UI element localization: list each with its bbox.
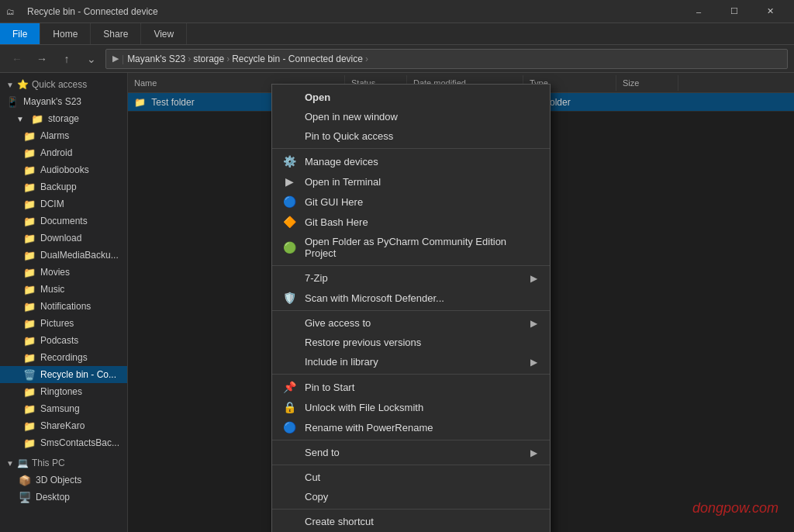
folder-icon: 📁	[23, 284, 36, 295]
address-path[interactable]: ▶ | Mayank's S23 › storage › Recycle bin…	[105, 49, 788, 69]
context-menu-item-managedevices[interactable]: ⚙️ Manage devices	[272, 151, 550, 171]
tab-file[interactable]: File	[0, 23, 40, 44]
path-sep-2: ›	[226, 54, 230, 64]
submenu-arrow-icon: ▶	[530, 447, 537, 458]
ctx-item-label: Unlock with File Locksmith	[305, 402, 537, 413]
context-menu-item-zip[interactable]: 7-Zip ▶	[272, 268, 550, 288]
ctx-item-icon: ▶	[281, 175, 297, 188]
context-menu-item-sendto[interactable]: Send to ▶	[272, 443, 550, 462]
ctx-item-icon: 🔵	[281, 195, 297, 208]
sidebar-item-audiobooks[interactable]: 📁Audiobooks	[0, 161, 127, 178]
folder-icon: 📁	[23, 437, 36, 449]
file-size	[616, 101, 678, 104]
back-button[interactable]: ←	[6, 48, 28, 70]
sidebar-item-sharekaro[interactable]: 📁ShareKaro	[0, 417, 127, 434]
this-pc-icon: 💻	[17, 458, 29, 468]
folder-label: Documents	[40, 216, 88, 226]
quick-access-arrow: ▼	[6, 81, 14, 89]
sidebar-item-dcim[interactable]: 📁DCIM	[0, 195, 127, 212]
context-menu-item-copy[interactable]: Copy	[272, 487, 550, 506]
sidebar-item-3dobjects[interactable]: 📦3D Objects	[0, 472, 127, 489]
context-menu-item-pintoquickaccess[interactable]: Pin to Quick access	[272, 126, 550, 146]
sidebar-item-desktop[interactable]: 🖥️Desktop	[0, 489, 127, 506]
context-menu-item-createshortcut[interactable]: Create shortcut	[272, 512, 550, 531]
sidebar-item-samsung[interactable]: 📁Samsung	[0, 400, 127, 417]
context-menu-item-openinterminal[interactable]: ▶ Open in Terminal	[272, 171, 550, 192]
ctx-item-label: Rename with PowerRename	[305, 422, 537, 434]
ctx-item-label: Git Bash Here	[305, 216, 537, 228]
sidebar-item-ringtones[interactable]: 📁Ringtones	[0, 383, 127, 400]
sidebar-item-dualmediabacku[interactable]: 📁DualMediaBacku...	[0, 247, 127, 264]
this-pc-header[interactable]: ▼ 💻 This PC	[0, 454, 127, 472]
ribbon: File Home Share View	[0, 23, 794, 45]
maximize-button[interactable]: ☐	[716, 0, 752, 23]
sidebar-item-movies[interactable]: 📁Movies	[0, 264, 127, 281]
sidebar-item-android[interactable]: 📁Android	[0, 144, 127, 161]
ctx-item-icon: 📌	[281, 381, 297, 393]
window-controls: – ☐ ✕	[681, 0, 788, 23]
context-menu-item-giveaccessto[interactable]: Give access to ▶	[272, 313, 550, 333]
sidebar-item-device[interactable]: 📱 Mayank's S23	[0, 93, 127, 110]
tab-home[interactable]: Home	[40, 23, 91, 44]
folder-label: ShareKaro	[40, 420, 85, 431]
context-menu-item-scanwithmicrosoftdef[interactable]: 🛡️ Scan with Microsoft Defender...	[272, 288, 550, 308]
device-label: Mayank's S23	[23, 96, 81, 107]
path-segment-1: ▶	[112, 54, 119, 64]
folder-icon: 📁	[23, 335, 36, 347]
context-menu-item-renamewithpowerrenam[interactable]: 🔵 Rename with PowerRename	[272, 417, 550, 437]
sidebar-item-storage[interactable]: ▼ 📁 storage	[0, 110, 127, 127]
context-menu-item-pintostart[interactable]: 📌 Pin to Start	[272, 377, 550, 397]
context-menu-item-gitbashhere[interactable]: 🔶 Git Bash Here	[272, 212, 550, 232]
pc-item-label: 3D Objects	[36, 475, 81, 485]
context-menu-item-open[interactable]: Open	[272, 88, 550, 107]
tab-view[interactable]: View	[141, 23, 187, 44]
sidebar-item-smscontactsbac[interactable]: 📁SmsContactsBac...	[0, 434, 127, 451]
sidebar-item-alarms[interactable]: 📁Alarms	[0, 127, 127, 144]
sidebar-item-recordings[interactable]: 📁Recordings	[0, 349, 127, 366]
folder-icon: 📁	[23, 267, 36, 278]
path-sep-1: ›	[188, 54, 191, 64]
minimize-button[interactable]: –	[681, 0, 716, 23]
window-title: Recycle bin - Connected device	[27, 6, 158, 17]
ctx-item-label: Manage devices	[305, 156, 537, 168]
folder-icon: 📁	[23, 147, 36, 159]
storage-label: storage	[48, 113, 79, 124]
sidebar-item-backupp[interactable]: 📁Backupp	[0, 178, 127, 195]
folder-icon: 📁	[23, 130, 36, 142]
sidebar-item-download[interactable]: 📁Download	[0, 230, 127, 247]
folder-label: Podcasts	[40, 335, 78, 346]
submenu-arrow-icon: ▶	[530, 357, 537, 368]
sidebar-item-podcasts[interactable]: 📁Podcasts	[0, 332, 127, 349]
context-menu-item-openfolderaspycharmc[interactable]: 🟢 Open Folder as PyCharm Community Editi…	[272, 232, 550, 263]
folder-icon: 📁	[23, 199, 36, 210]
context-menu-item-openinnewwindow[interactable]: Open in new window	[272, 107, 550, 126]
title-bar: 🗂 Recycle bin - Connected device – ☐ ✕	[0, 0, 794, 23]
forward-button[interactable]: →	[31, 48, 53, 70]
sidebar-item-music[interactable]: 📁Music	[0, 281, 127, 298]
ctx-item-label: Copy	[305, 491, 537, 503]
close-button[interactable]: ✕	[752, 0, 788, 23]
recent-button[interactable]: ⌄	[81, 48, 102, 70]
storage-icon: 📁	[31, 113, 43, 125]
context-menu-item-includeinlibrary[interactable]: Include in library ▶	[272, 352, 550, 371]
up-button[interactable]: ↑	[56, 48, 78, 70]
ctx-item-label: Open Folder as PyCharm Community Edition…	[305, 236, 537, 259]
sidebar-item-recyclebinco[interactable]: 🗑️Recycle bin - Co...	[0, 366, 127, 383]
context-menu-item-gitguihere[interactable]: 🔵 Git GUI Here	[272, 192, 550, 212]
ctx-item-label: Restore previous versions	[305, 337, 537, 348]
folder-label: Movies	[40, 267, 70, 278]
sidebar-item-documents[interactable]: 📁Documents	[0, 212, 127, 230]
folder-icon: 📁	[23, 386, 36, 398]
sidebar-item-notifications[interactable]: 📁Notifications	[0, 298, 127, 315]
context-menu-item-restorepreviousversi[interactable]: Restore previous versions	[272, 333, 550, 352]
context-menu-item-cut[interactable]: Cut	[272, 468, 550, 487]
folder-label: Backupp	[40, 181, 77, 192]
context-menu-separator	[272, 310, 550, 311]
context-menu-item-unlockwithfilelocksm[interactable]: 🔒 Unlock with File Locksmith	[272, 397, 550, 417]
tab-share[interactable]: Share	[91, 23, 141, 44]
ctx-item-label: Cut	[305, 472, 537, 483]
context-menu-separator	[272, 148, 550, 149]
col-header-size[interactable]: Size	[616, 75, 678, 91]
this-pc-arrow: ▼	[6, 459, 14, 468]
sidebar-item-pictures[interactable]: 📁Pictures	[0, 315, 127, 332]
